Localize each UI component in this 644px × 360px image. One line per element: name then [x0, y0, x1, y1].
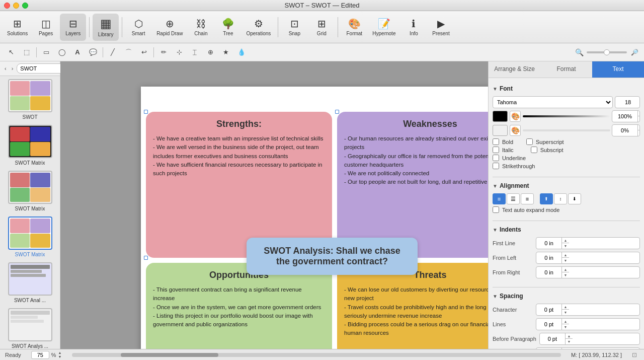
- toolbar-layers[interactable]: ⊟ Layers: [60, 14, 86, 41]
- resize-handle[interactable]: ⊡: [632, 351, 639, 358]
- after-paragraph-up[interactable]: ▲: [562, 348, 569, 349]
- toolbar-format[interactable]: 🎨 Format: [341, 14, 367, 41]
- tab-text[interactable]: Text: [592, 61, 644, 78]
- zoom-stepper[interactable]: ▲ ▼: [58, 351, 62, 359]
- from-right-down[interactable]: ▼: [562, 272, 569, 278]
- font-color-swatch[interactable]: [493, 111, 508, 122]
- sidebar-page-swot1[interactable]: SWOT: [2, 79, 58, 120]
- strikethrough-checkbox[interactable]: [493, 163, 499, 169]
- opacity-input-1[interactable]: [612, 112, 637, 120]
- from-right-up[interactable]: ▲: [562, 267, 569, 272]
- toolbar-pages[interactable]: ◫ Pages: [33, 14, 59, 41]
- from-left-input[interactable]: [536, 254, 561, 262]
- tool-pencil[interactable]: ✏: [156, 46, 171, 59]
- font-section-header[interactable]: ▼ Font: [493, 82, 640, 94]
- tool-eyedropper[interactable]: 💧: [234, 46, 249, 59]
- sidebar-page-swot-matrix1[interactable]: SWOT Matrix: [2, 125, 58, 166]
- toolbar-hypernote[interactable]: 📝 Hypernote: [368, 14, 399, 41]
- character-down[interactable]: ▼: [562, 310, 569, 315]
- from-right-stepper[interactable]: ▲ ▼: [536, 266, 640, 278]
- text-auto-expand-checkbox[interactable]: [493, 206, 499, 213]
- tool-select-multi[interactable]: ⬚: [20, 46, 34, 59]
- sidebar-prev-button[interactable]: ‹: [3, 65, 8, 72]
- character-up[interactable]: ▲: [562, 304, 569, 310]
- before-paragraph-stepper[interactable]: ▲ ▼: [539, 333, 640, 345]
- threats-quadrant[interactable]: Threats - We can lose our old customers …: [337, 263, 488, 349]
- tool-shape[interactable]: ★: [219, 46, 233, 59]
- first-line-input[interactable]: [536, 239, 561, 247]
- font-size-stepper[interactable]: ▲ ▼: [615, 96, 640, 108]
- zoom-in-button[interactable]: 🔎: [629, 47, 640, 58]
- font-color-wheel[interactable]: 🎨: [510, 111, 521, 122]
- lines-up[interactable]: ▲: [562, 319, 569, 324]
- zoom-up-arrow[interactable]: ▲: [58, 351, 62, 355]
- toolbar-operations[interactable]: ⚙ Operations: [242, 14, 275, 41]
- bold-checkbox[interactable]: [493, 138, 499, 145]
- selection-handle-ml[interactable]: [144, 256, 148, 260]
- swot-center-label[interactable]: SWOT Analysis: Shall we chase the govern…: [247, 238, 418, 275]
- lines-stepper[interactable]: ▲ ▼: [536, 318, 640, 330]
- tool-path-select[interactable]: ⊹: [172, 46, 186, 59]
- zoom-out-button[interactable]: 🔍: [574, 47, 585, 58]
- font-color-wheel-2[interactable]: 🎨: [510, 125, 521, 136]
- toolbar-solutions[interactable]: ⊞ Solutions: [3, 14, 32, 41]
- tool-segment-select[interactable]: ⌶: [188, 46, 202, 59]
- strengths-quadrant[interactable]: Strengths: - We have a creative team wit…: [146, 112, 332, 258]
- after-paragraph-stepper[interactable]: ▲ ▼: [536, 347, 640, 349]
- toolbar-smart[interactable]: ⬡ Smart: [125, 14, 151, 41]
- tool-line[interactable]: ╱: [106, 46, 120, 59]
- align-left-button[interactable]: ≡: [493, 193, 506, 204]
- tool-curved-line[interactable]: ⌒: [121, 46, 135, 59]
- valign-bottom-button[interactable]: ⬇: [568, 193, 581, 204]
- toolbar-library[interactable]: ▦ Library: [93, 14, 119, 41]
- maximize-button[interactable]: [22, 3, 28, 9]
- tool-select[interactable]: ↖: [4, 46, 18, 59]
- from-left-up[interactable]: ▲: [562, 252, 569, 258]
- tool-text[interactable]: A: [70, 46, 85, 59]
- close-button[interactable]: [4, 3, 10, 9]
- before-paragraph-input[interactable]: [540, 335, 565, 343]
- tab-format[interactable]: Format: [540, 61, 592, 78]
- sidebar-page-swot-anal1[interactable]: SWOT Anal ...: [2, 262, 58, 303]
- character-stepper[interactable]: ▲ ▼: [536, 304, 640, 316]
- zoom-slider-thumb[interactable]: [604, 49, 610, 55]
- font-color-swatch-2[interactable]: [493, 125, 508, 136]
- italic-checkbox[interactable]: [493, 147, 499, 153]
- tool-ellipse[interactable]: ◯: [55, 46, 69, 59]
- toolbar-snap[interactable]: ⊡ Snap: [281, 14, 307, 41]
- from-left-down[interactable]: ▼: [562, 258, 569, 263]
- tool-arc[interactable]: ↩: [137, 46, 151, 59]
- scrollbar-thumb[interactable]: [121, 353, 219, 357]
- align-right-button[interactable]: ≡: [521, 193, 534, 204]
- from-left-stepper[interactable]: ▲ ▼: [536, 252, 640, 264]
- toolbar-rapid-draw[interactable]: ⊕ Rapid Draw: [152, 14, 187, 41]
- opacity-stepper-1[interactable]: ▲ ▼: [612, 110, 640, 122]
- lines-down[interactable]: ▼: [562, 324, 569, 330]
- toolbar-present[interactable]: ▶ Present: [428, 14, 454, 41]
- zoom-slider[interactable]: [587, 51, 627, 53]
- valign-middle-button[interactable]: ↕: [554, 193, 567, 204]
- toolbar-tree[interactable]: 🌳 Tree: [215, 14, 241, 41]
- sidebar-next-button[interactable]: ›: [10, 65, 15, 72]
- before-paragraph-down[interactable]: ▼: [566, 339, 573, 344]
- tool-rectangle[interactable]: ▭: [39, 46, 53, 59]
- opacity-up-2[interactable]: ▲: [638, 125, 640, 130]
- alignment-section-header[interactable]: ▼ Alignment: [493, 179, 640, 191]
- before-paragraph-up[interactable]: ▲: [566, 333, 573, 339]
- sidebar-page-swot-analys2[interactable]: SWOT Analys ...: [2, 308, 58, 349]
- first-line-stepper[interactable]: ▲ ▼: [536, 237, 640, 249]
- spacing-section-header[interactable]: ▼ Spacing: [493, 290, 640, 302]
- font-size-input[interactable]: [615, 98, 640, 106]
- sidebar-page-swot-matrix3[interactable]: SWOT Matrix: [2, 217, 58, 257]
- tool-vertex-add[interactable]: ⊕: [203, 46, 217, 59]
- canvas-area[interactable]: Strengths: - We have a creative team wit…: [60, 61, 488, 349]
- opacity-up-1[interactable]: ▲: [638, 111, 640, 116]
- opacity-stepper-2[interactable]: ▲ ▼: [612, 124, 640, 136]
- toolbar-grid[interactable]: ⊞ Grid: [308, 14, 335, 41]
- tab-arrange-size[interactable]: Arrange & Size: [489, 61, 540, 78]
- sidebar-page-swot-matrix2[interactable]: SWOT Matrix: [2, 171, 58, 211]
- toolbar-info[interactable]: ℹ Info: [400, 14, 427, 41]
- valign-top-button[interactable]: ⬆: [540, 193, 553, 204]
- opportunities-quadrant[interactable]: Opportunities - This government contract…: [146, 263, 332, 349]
- indents-section-header[interactable]: ▼ Indents: [493, 223, 640, 235]
